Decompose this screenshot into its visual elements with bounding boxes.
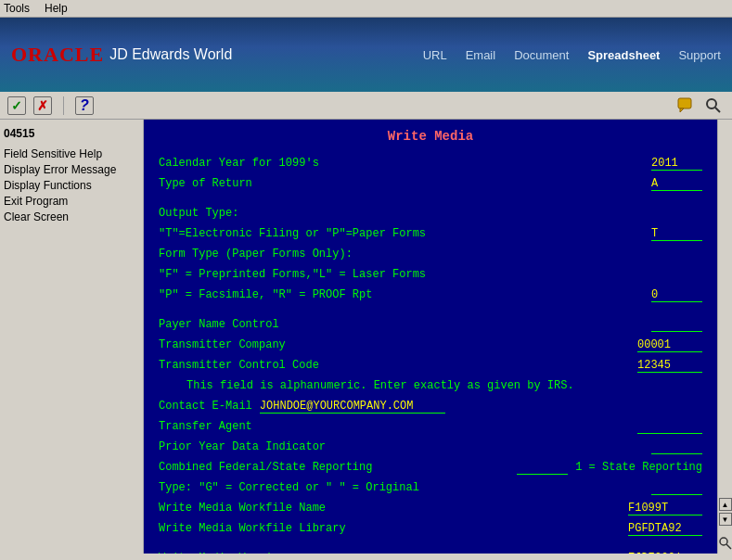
paper-form-f-row: "F" = Preprinted Forms,"L" = Laser Forms <box>159 266 702 283</box>
version-label: Write Media Version <box>159 552 286 554</box>
output-type-label: Output Type: <box>159 207 238 220</box>
type-of-return-input[interactable] <box>651 177 702 191</box>
logo-oracle-text: ORACLE <box>11 43 104 67</box>
contact-email-label: Contact E-Mail <box>159 400 252 413</box>
scroll-down-button[interactable]: ▼ <box>719 513 732 526</box>
transmitter-company-label: Transmitter Company <box>159 338 286 351</box>
type-g-label: Type: "G" = Corrected or " " = Original <box>159 481 419 494</box>
svg-point-2 <box>707 99 716 108</box>
chat-icon-button[interactable] <box>674 95 697 117</box>
alpha-note-text: This field is alphanumeric. Enter exactl… <box>186 379 574 392</box>
scroll-up-button[interactable]: ▲ <box>719 498 732 511</box>
payer-name-row: Payer Name Control <box>159 316 702 333</box>
form-content: Write Media Calendar Year for 1099's Typ… <box>144 120 717 554</box>
cancel-button[interactable]: ✗ <box>33 96 52 115</box>
output-type-value-row: "T"=Electronic Filing or "P"=Paper Forms <box>159 225 702 242</box>
alpha-note-row: This field is alphanumeric. Enter exactl… <box>159 377 702 394</box>
menu-tools[interactable]: Tools <box>4 2 30 15</box>
transmitter-control-label: Transmitter Control Code <box>159 359 319 372</box>
sidebar-field-sensitive-help[interactable]: Field Sensitive Help <box>4 147 139 160</box>
combined-federal-input[interactable] <box>517 461 568 475</box>
prior-year-label: Prior Year Data Indicator <box>159 440 326 453</box>
main-layout: 04515 Field Sensitive Help Display Error… <box>0 120 732 554</box>
output-type-note: "T"=Electronic Filing or "P"=Paper Forms <box>159 227 426 240</box>
nav-url[interactable]: URL <box>423 48 447 62</box>
toolbar: ✓ ✗ ? <box>0 92 732 120</box>
paper-form-f-note: "F" = Preprinted Forms,"L" = Laser Forms <box>159 268 426 281</box>
nav-spreadsheet[interactable]: Spreadsheet <box>587 48 660 62</box>
sidebar-display-error-message[interactable]: Display Error Message <box>4 163 139 176</box>
payer-name-input[interactable] <box>651 318 702 332</box>
transmitter-control-input[interactable] <box>637 359 702 373</box>
svg-marker-1 <box>680 108 684 112</box>
scrollbar: ▲ ▼ <box>717 120 732 554</box>
svg-line-3 <box>715 108 720 112</box>
workfile-name-row: Write Media Workfile Name <box>159 500 702 516</box>
sidebar: 04515 Field Sensitive Help Display Error… <box>0 120 144 554</box>
type-of-return-row: Type of Return <box>159 175 702 192</box>
type-of-return-label: Type of Return <box>159 177 252 190</box>
calendar-year-row: Calendar Year for 1099's <box>159 155 702 172</box>
workfile-name-input[interactable] <box>628 502 702 515</box>
topnav: URL Email Document Spreadsheet Support <box>423 48 721 62</box>
transmitter-control-row: Transmitter Control Code <box>159 357 702 374</box>
nav-document[interactable]: Document <box>514 48 569 62</box>
payer-name-label: Payer Name Control <box>159 318 279 331</box>
workfile-library-row: Write Media Workfile Library <box>159 520 702 537</box>
output-type-input[interactable] <box>651 227 702 241</box>
magnify-icon[interactable] <box>719 537 732 550</box>
transmitter-company-input[interactable] <box>637 338 702 352</box>
menu-help[interactable]: Help <box>45 2 68 15</box>
transfer-agent-row: Transfer Agent <box>159 418 702 435</box>
toolbar-separator <box>63 96 64 115</box>
menubar: Tools Help <box>0 0 732 18</box>
paper-form-p-note: "P" = Facsimile, "R" = PROOF Rpt <box>159 288 372 301</box>
calendar-year-label: Calendar Year for 1099's <box>159 157 319 170</box>
workfile-library-input[interactable] <box>628 522 702 536</box>
nav-support[interactable]: Support <box>678 48 721 62</box>
version-row: Write Media Version <box>159 550 702 554</box>
combined-federal-label: Combined Federal/State Reporting <box>159 461 372 474</box>
combined-federal-note: 1 = State Reporting <box>575 461 702 474</box>
sidebar-display-functions[interactable]: Display Functions <box>4 179 139 192</box>
contact-email-input[interactable] <box>260 400 445 414</box>
search-icon-button[interactable] <box>702 95 725 117</box>
prior-year-input[interactable] <box>651 440 702 454</box>
output-type-row: Output Type: <box>159 205 702 222</box>
sidebar-exit-program[interactable]: Exit Program <box>4 195 139 208</box>
svg-rect-0 <box>678 98 691 108</box>
transmitter-company-row: Transmitter Company <box>159 337 702 353</box>
svg-line-5 <box>726 544 731 549</box>
calendar-year-input[interactable] <box>651 157 702 171</box>
paper-form-label-row: Form Type (Paper Forms Only): <box>159 246 702 262</box>
logo: ORACLE JD Edwards World <box>11 43 232 67</box>
nav-email[interactable]: Email <box>466 48 496 62</box>
program-number: 04515 <box>4 127 139 140</box>
svg-point-4 <box>720 538 727 545</box>
paper-form-input[interactable] <box>651 288 702 302</box>
logo-jde-text: JD Edwards World <box>109 46 232 63</box>
form-title: Write Media <box>159 129 702 144</box>
check-button[interactable]: ✓ <box>7 96 26 115</box>
version-input[interactable] <box>628 552 702 554</box>
workfile-name-label: Write Media Workfile Name <box>159 502 326 515</box>
type-g-input[interactable] <box>651 481 702 495</box>
paper-form-p-row: "P" = Facsimile, "R" = PROOF Rpt <box>159 286 702 303</box>
transfer-agent-input[interactable] <box>637 420 702 434</box>
workfile-library-label: Write Media Workfile Library <box>159 522 346 535</box>
type-g-row: Type: "G" = Corrected or " " = Original <box>159 479 702 496</box>
combined-federal-row: Combined Federal/State Reporting 1 = Sta… <box>159 459 702 476</box>
paper-form-label: Form Type (Paper Forms Only): <box>159 248 353 261</box>
transfer-agent-label: Transfer Agent <box>159 420 252 433</box>
sidebar-clear-screen[interactable]: Clear Screen <box>4 210 139 223</box>
topbar: ORACLE JD Edwards World URL Email Docume… <box>0 18 732 92</box>
toolbar-right <box>674 95 725 117</box>
contact-email-row: Contact E-Mail <box>159 398 702 414</box>
prior-year-row: Prior Year Data Indicator <box>159 439 702 455</box>
help-button[interactable]: ? <box>75 96 94 115</box>
